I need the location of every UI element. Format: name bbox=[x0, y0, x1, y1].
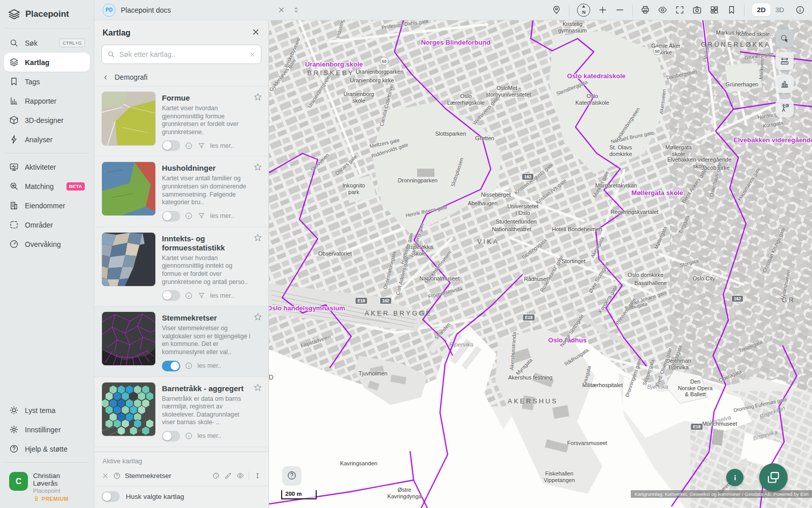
sidebar: Placepoint Søk CTRL+G Kartlag Tags Rappo… bbox=[0, 0, 94, 508]
layer-toggle[interactable] bbox=[162, 140, 180, 151]
divider bbox=[4, 28, 90, 28]
layer-card-formue[interactable]: Formue Kartet viser hvordan gjennomsnitt… bbox=[94, 86, 268, 156]
layer-toggle[interactable] bbox=[162, 431, 180, 441]
breadcrumb[interactable]: Demografi bbox=[94, 68, 268, 86]
layer-toggle[interactable] bbox=[162, 211, 180, 221]
layer-toggle[interactable] bbox=[162, 290, 180, 301]
map-mode-switch: 2D 3D bbox=[752, 4, 788, 16]
inspect-cursor-icon bbox=[780, 34, 790, 44]
layer-controls: les mer.. bbox=[162, 290, 253, 301]
layer-title: Inntekts- og formuesstatistikk bbox=[162, 234, 253, 252]
layer-card-barnetrakk[interactable]: Barnetråkk - aggregert Barnetråkk er dat… bbox=[94, 377, 268, 447]
user-info: Christian Løverås Placepoint PREMIUM bbox=[33, 472, 85, 502]
screenshot-camera-icon[interactable] bbox=[692, 5, 702, 15]
active-layers-title: Aktive kartlag bbox=[94, 456, 268, 469]
compass-north-button[interactable]: N bbox=[577, 4, 590, 17]
layer-card-husholdninger[interactable]: Husholdninger Kartet viser antall famili… bbox=[94, 156, 268, 227]
measure-tool-button[interactable] bbox=[775, 52, 794, 70]
read-more-link[interactable]: les mer.. bbox=[197, 362, 221, 369]
layer-toggle[interactable] bbox=[162, 361, 180, 371]
info-icon[interactable] bbox=[185, 292, 193, 300]
reorder-updown-icon[interactable] bbox=[254, 472, 261, 480]
layer-list: Formue Kartet viser hvordan gjennomsnitt… bbox=[94, 86, 268, 452]
layer-card-inntekts-formuesstatistikk[interactable]: Inntekts- og formuesstatistikk Kartet vi… bbox=[94, 227, 268, 306]
visibility-icon[interactable] bbox=[658, 5, 667, 15]
layer-card-stemmekretser[interactable]: Stemmekretser Viser stemmekretser og val… bbox=[94, 306, 268, 376]
user-name: Christian Løverås bbox=[33, 472, 85, 487]
sidebar-item-overvaking[interactable]: Overvåking bbox=[4, 235, 90, 253]
star-favorite-icon[interactable] bbox=[253, 233, 262, 244]
map-help-button[interactable] bbox=[283, 466, 301, 485]
print-icon[interactable] bbox=[640, 5, 650, 15]
context-chip[interactable]: PD Placepoint docs bbox=[94, 4, 171, 17]
layer-card-inntekt[interactable]: Inntekt bbox=[94, 447, 268, 452]
info-icon[interactable] bbox=[795, 5, 805, 15]
activity-monitor-icon bbox=[9, 162, 19, 172]
filter-funnel-icon[interactable] bbox=[197, 292, 206, 300]
zoom-in-icon[interactable] bbox=[598, 5, 607, 15]
sidebar-item-omrader[interactable]: Områder bbox=[4, 215, 90, 234]
chart-tool-button[interactable] bbox=[775, 75, 794, 93]
sidebar-item-kartlag[interactable]: Kartlag bbox=[4, 53, 90, 72]
info-icon[interactable] bbox=[185, 362, 193, 370]
sidebar-item-lyst-tema[interactable]: Lyst tema bbox=[4, 401, 90, 420]
layer-search-input[interactable] bbox=[119, 50, 245, 58]
remove-layer-icon[interactable] bbox=[101, 472, 109, 480]
star-favorite-icon[interactable] bbox=[253, 163, 262, 174]
match-search-heart-icon bbox=[9, 181, 19, 191]
bookmark-icon[interactable] bbox=[727, 5, 736, 15]
map[interactable]: Norges BlindeforbundUranienborg skoleOsl… bbox=[269, 20, 812, 508]
star-favorite-icon[interactable] bbox=[253, 383, 262, 394]
sidebar-item-rapporter[interactable]: Rapporter bbox=[4, 91, 90, 110]
panel-close-icon[interactable] bbox=[251, 27, 260, 39]
remember-layers-toggle[interactable] bbox=[101, 491, 120, 502]
read-more-link[interactable]: les mer.. bbox=[210, 212, 234, 219]
read-more-link[interactable]: les mer.. bbox=[197, 432, 221, 439]
sidebar-item-analyser[interactable]: Analyser bbox=[4, 130, 90, 149]
layer-thumbnail bbox=[101, 382, 156, 436]
sidebar-item-innstillinger[interactable]: Innstillinger bbox=[4, 420, 90, 439]
mode-3d-button[interactable]: 3D bbox=[772, 4, 788, 16]
widgets-grid-icon[interactable] bbox=[709, 5, 719, 15]
sidebar-item-label: Rapporter bbox=[25, 97, 56, 105]
filter-funnel-icon[interactable] bbox=[197, 142, 206, 150]
sidebar-item-sok[interactable]: Søk CTRL+G bbox=[4, 34, 90, 52]
palette-icon[interactable] bbox=[212, 472, 220, 480]
map-info-button[interactable] bbox=[726, 469, 743, 486]
read-more-link[interactable]: les mer.. bbox=[210, 142, 234, 149]
mode-2d-button[interactable]: 2D bbox=[752, 4, 770, 16]
filter-funnel-icon[interactable] bbox=[197, 212, 206, 220]
star-favorite-icon[interactable] bbox=[253, 312, 262, 324]
chat-button[interactable] bbox=[759, 463, 788, 492]
layer-controls: les mer.. bbox=[162, 211, 253, 221]
inspect-tool-button[interactable] bbox=[775, 29, 794, 48]
sort-chevrons-icon[interactable] bbox=[292, 6, 300, 14]
fullscreen-icon[interactable] bbox=[675, 5, 685, 15]
read-more-link[interactable]: les mer.. bbox=[210, 292, 234, 299]
layer-help-icon[interactable] bbox=[113, 472, 121, 480]
visibility-eye-icon[interactable] bbox=[236, 472, 244, 480]
divider bbox=[632, 5, 633, 16]
sidebar-item-matching[interactable]: Matching BETA bbox=[4, 177, 90, 196]
sidebar-item-eiendommer[interactable]: Eiendommer bbox=[4, 196, 90, 215]
app-logo[interactable]: Placepoint bbox=[0, 0, 94, 26]
layer-title: Husholdninger bbox=[162, 164, 253, 173]
info-icon[interactable] bbox=[185, 212, 193, 220]
clear-search-icon[interactable] bbox=[249, 51, 256, 58]
scale-bar: 200 m bbox=[281, 490, 317, 499]
brush-icon[interactable] bbox=[224, 472, 232, 480]
cube-icon bbox=[9, 115, 19, 125]
travel-time-tool-button[interactable] bbox=[775, 99, 794, 117]
info-icon[interactable] bbox=[185, 142, 193, 150]
sidebar-item-tags[interactable]: Tags bbox=[4, 72, 90, 91]
info-icon[interactable] bbox=[185, 432, 193, 440]
sidebar-item-3d-designer[interactable]: 3D-designer bbox=[4, 111, 90, 130]
map-toolbar: N 2D 3D bbox=[552, 4, 812, 17]
zoom-out-icon[interactable] bbox=[615, 5, 625, 15]
sidebar-item-aktiviteter[interactable]: Aktiviteter bbox=[4, 157, 90, 176]
close-icon[interactable] bbox=[278, 6, 285, 14]
star-favorite-icon[interactable] bbox=[253, 92, 262, 104]
geolocate-pin-icon[interactable] bbox=[552, 5, 561, 15]
sidebar-item-hjelp[interactable]: Hjelp & støtte bbox=[4, 439, 90, 458]
user-profile[interactable]: C Christian Løverås Placepoint PREMIUM bbox=[4, 467, 90, 502]
